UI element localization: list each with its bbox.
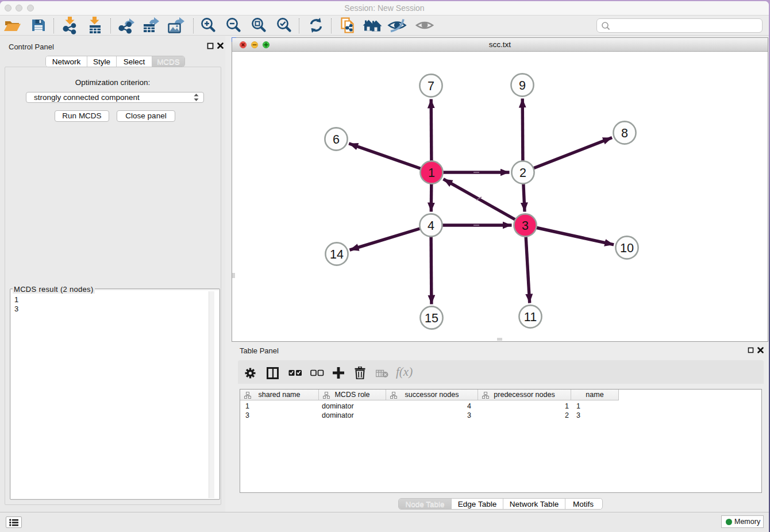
svg-text:8: 8 [621,126,628,140]
svg-text:2: 2 [519,166,526,180]
svg-text:10: 10 [620,241,634,255]
svg-text:7: 7 [428,79,434,93]
svg-text:11: 11 [524,310,537,324]
svg-text:15: 15 [425,311,438,325]
svg-text:3: 3 [522,219,529,233]
svg-text:14: 14 [330,248,344,261]
svg-text:1: 1 [428,166,435,180]
svg-text:4: 4 [428,219,434,233]
svg-text:6: 6 [333,133,340,147]
svg-text:9: 9 [519,79,526,92]
